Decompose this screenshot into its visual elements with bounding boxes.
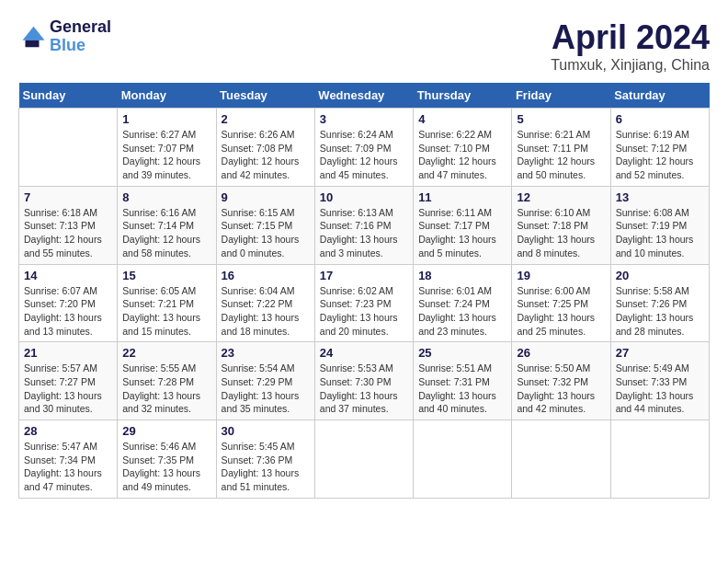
day-info: Sunrise: 6:22 AMSunset: 7:10 PMDaylight:…: [418, 128, 506, 182]
day-number: 2: [222, 112, 310, 126]
day-number: 12: [517, 190, 605, 204]
calendar-cell: 10Sunrise: 6:13 AMSunset: 7:16 PMDayligh…: [314, 186, 413, 264]
day-info: Sunrise: 6:24 AMSunset: 7:09 PMDaylight:…: [320, 128, 408, 182]
logo: General Blue: [18, 18, 111, 55]
day-info: Sunrise: 6:13 AMSunset: 7:16 PMDaylight:…: [320, 206, 408, 260]
day-info: Sunrise: 5:46 AMSunset: 7:35 PMDaylight:…: [122, 440, 210, 494]
day-info: Sunrise: 6:19 AMSunset: 7:12 PMDaylight:…: [616, 128, 704, 182]
day-info: Sunrise: 5:47 AMSunset: 7:34 PMDaylight:…: [24, 440, 112, 494]
calendar-header: SundayMondayTuesdayWednesdayThursdayFrid…: [19, 83, 710, 109]
calendar-cell: 15Sunrise: 6:05 AMSunset: 7:21 PMDayligh…: [118, 264, 216, 342]
day-number: 11: [418, 190, 506, 204]
calendar-cell: 4Sunrise: 6:22 AMSunset: 7:10 PMDaylight…: [414, 109, 512, 187]
calendar-cell: 28Sunrise: 5:47 AMSunset: 7:34 PMDayligh…: [19, 420, 118, 499]
day-info: Sunrise: 6:11 AMSunset: 7:17 PMDaylight:…: [418, 206, 506, 260]
day-info: Sunrise: 6:27 AMSunset: 7:07 PMDaylight:…: [122, 128, 210, 182]
day-number: 20: [616, 269, 704, 282]
day-number: 13: [616, 190, 704, 204]
calendar-title: April 2024: [551, 18, 710, 57]
day-info: Sunrise: 5:53 AMSunset: 7:30 PMDaylight:…: [320, 362, 408, 416]
day-info: Sunrise: 6:16 AMSunset: 7:14 PMDaylight:…: [122, 206, 210, 260]
calendar-cell: 9Sunrise: 6:15 AMSunset: 7:15 PMDaylight…: [216, 186, 314, 264]
calendar-cell: 22Sunrise: 5:55 AMSunset: 7:28 PMDayligh…: [118, 342, 216, 420]
calendar-cell: [414, 420, 512, 499]
day-number: 8: [122, 190, 210, 204]
day-info: Sunrise: 6:26 AMSunset: 7:08 PMDaylight:…: [222, 128, 310, 182]
day-info: Sunrise: 6:01 AMSunset: 7:24 PMDaylight:…: [418, 284, 506, 339]
day-number: 4: [418, 112, 506, 126]
day-number: 6: [616, 112, 704, 126]
calendar-week-2: 7Sunrise: 6:18 AMSunset: 7:13 PMDaylight…: [19, 186, 710, 264]
day-info: Sunrise: 6:10 AMSunset: 7:18 PMDaylight:…: [517, 206, 605, 260]
day-info: Sunrise: 6:21 AMSunset: 7:11 PMDaylight:…: [517, 128, 605, 182]
calendar-cell: 12Sunrise: 6:10 AMSunset: 7:18 PMDayligh…: [512, 186, 610, 264]
day-number: 22: [122, 346, 210, 360]
day-number: 10: [320, 190, 408, 204]
day-number: 26: [517, 346, 605, 360]
calendar-cell: 6Sunrise: 6:19 AMSunset: 7:12 PMDaylight…: [610, 109, 709, 187]
day-info: Sunrise: 6:07 AMSunset: 7:20 PMDaylight:…: [24, 284, 112, 339]
day-number: 17: [320, 269, 408, 282]
day-info: Sunrise: 6:08 AMSunset: 7:19 PMDaylight:…: [616, 206, 704, 260]
calendar-cell: 7Sunrise: 6:18 AMSunset: 7:13 PMDaylight…: [19, 186, 118, 264]
calendar-cell: 16Sunrise: 6:04 AMSunset: 7:22 PMDayligh…: [216, 264, 314, 342]
calendar-cell: 29Sunrise: 5:46 AMSunset: 7:35 PMDayligh…: [118, 420, 216, 499]
calendar-cell: 14Sunrise: 6:07 AMSunset: 7:20 PMDayligh…: [19, 264, 118, 342]
calendar-cell: [610, 420, 709, 499]
day-number: 9: [222, 190, 310, 204]
day-number: 24: [320, 346, 408, 360]
logo-icon: [18, 23, 46, 51]
calendar-cell: 26Sunrise: 5:50 AMSunset: 7:32 PMDayligh…: [512, 342, 610, 420]
day-info: Sunrise: 6:15 AMSunset: 7:15 PMDaylight:…: [222, 206, 310, 260]
calendar-subtitle: Tumxuk, Xinjiang, China: [551, 57, 710, 74]
calendar-cell: 30Sunrise: 5:45 AMSunset: 7:36 PMDayligh…: [216, 420, 314, 499]
day-number: 28: [24, 424, 112, 438]
day-info: Sunrise: 6:00 AMSunset: 7:25 PMDaylight:…: [517, 284, 605, 339]
calendar-cell: 5Sunrise: 6:21 AMSunset: 7:11 PMDaylight…: [512, 109, 610, 187]
page-header: General Blue April 2024 Tumxuk, Xinjiang…: [18, 18, 710, 74]
day-info: Sunrise: 6:18 AMSunset: 7:13 PMDaylight:…: [24, 206, 112, 260]
day-number: 18: [418, 269, 506, 282]
calendar-cell: [314, 420, 413, 499]
calendar-cell: [512, 420, 610, 499]
day-number: 21: [24, 346, 112, 360]
day-info: Sunrise: 5:45 AMSunset: 7:36 PMDaylight:…: [222, 440, 310, 494]
day-info: Sunrise: 5:58 AMSunset: 7:26 PMDaylight:…: [616, 284, 704, 339]
svg-rect-1: [26, 40, 40, 48]
weekday-header-thursday: Thursday: [414, 83, 512, 109]
day-info: Sunrise: 6:04 AMSunset: 7:22 PMDaylight:…: [222, 284, 310, 339]
weekday-header-saturday: Saturday: [610, 83, 709, 109]
svg-marker-0: [23, 27, 45, 40]
day-info: Sunrise: 6:05 AMSunset: 7:21 PMDaylight:…: [122, 284, 210, 339]
calendar-body: 1Sunrise: 6:27 AMSunset: 7:07 PMDaylight…: [19, 109, 710, 499]
weekday-header-row: SundayMondayTuesdayWednesdayThursdayFrid…: [19, 83, 710, 109]
calendar-cell: 23Sunrise: 5:54 AMSunset: 7:29 PMDayligh…: [216, 342, 314, 420]
logo-line2: Blue: [50, 37, 111, 55]
weekday-header-wednesday: Wednesday: [314, 83, 413, 109]
calendar-week-1: 1Sunrise: 6:27 AMSunset: 7:07 PMDaylight…: [19, 109, 710, 187]
calendar-cell: 25Sunrise: 5:51 AMSunset: 7:31 PMDayligh…: [414, 342, 512, 420]
weekday-header-tuesday: Tuesday: [216, 83, 314, 109]
calendar-table: SundayMondayTuesdayWednesdayThursdayFrid…: [18, 83, 710, 499]
calendar-cell: 8Sunrise: 6:16 AMSunset: 7:14 PMDaylight…: [118, 186, 216, 264]
day-number: 14: [24, 269, 112, 282]
day-number: 29: [122, 424, 210, 438]
day-info: Sunrise: 5:55 AMSunset: 7:28 PMDaylight:…: [122, 362, 210, 416]
day-number: 1: [122, 112, 210, 126]
calendar-cell: 24Sunrise: 5:53 AMSunset: 7:30 PMDayligh…: [314, 342, 413, 420]
title-block: April 2024 Tumxuk, Xinjiang, China: [551, 18, 710, 74]
calendar-cell: 20Sunrise: 5:58 AMSunset: 7:26 PMDayligh…: [610, 264, 709, 342]
weekday-header-friday: Friday: [512, 83, 610, 109]
day-number: 15: [122, 269, 210, 282]
calendar-cell: 11Sunrise: 6:11 AMSunset: 7:17 PMDayligh…: [414, 186, 512, 264]
day-number: 7: [24, 190, 112, 204]
day-number: 16: [222, 269, 310, 282]
day-info: Sunrise: 5:51 AMSunset: 7:31 PMDaylight:…: [418, 362, 506, 416]
day-number: 25: [418, 346, 506, 360]
calendar-cell: 3Sunrise: 6:24 AMSunset: 7:09 PMDaylight…: [314, 109, 413, 187]
logo-line1: General: [50, 18, 111, 37]
day-info: Sunrise: 5:54 AMSunset: 7:29 PMDaylight:…: [222, 362, 310, 416]
day-info: Sunrise: 5:50 AMSunset: 7:32 PMDaylight:…: [517, 362, 605, 416]
calendar-cell: 18Sunrise: 6:01 AMSunset: 7:24 PMDayligh…: [414, 264, 512, 342]
weekday-header-sunday: Sunday: [19, 83, 118, 109]
